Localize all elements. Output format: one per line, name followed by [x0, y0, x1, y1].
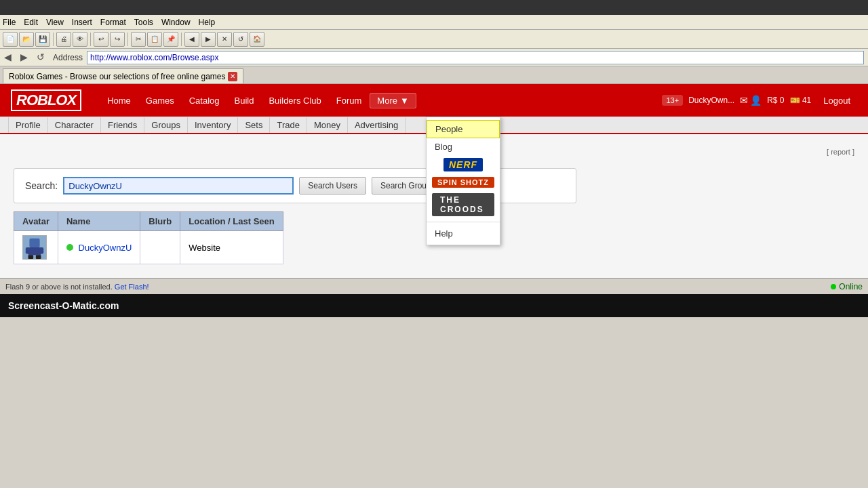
toolbar-new[interactable]: 📄: [3, 32, 18, 47]
tab-bar: Roblox Games - Browse our selections of …: [0, 66, 868, 84]
subnav-sets[interactable]: Sets: [238, 117, 270, 133]
browser-tab[interactable]: Roblox Games - Browse our selections of …: [3, 68, 243, 83]
username-display[interactable]: DuckyOwn...: [688, 96, 734, 105]
age-badge: 13+: [662, 95, 683, 106]
nav-games[interactable]: Games: [139, 93, 181, 108]
more-label: More: [377, 96, 397, 106]
toolbar-cut[interactable]: ✂: [131, 32, 146, 47]
toolbar-preview[interactable]: 👁: [73, 32, 87, 47]
dropdown-croods-promo[interactable]: THE CROODS: [427, 190, 500, 219]
result-avatar-cell: [14, 231, 58, 264]
toolbar-save[interactable]: 💾: [35, 32, 50, 47]
result-name-cell: DuckyOwnzU: [58, 231, 140, 264]
menu-tools[interactable]: Tools: [134, 18, 153, 27]
online-indicator: [831, 284, 836, 289]
tab-label: Roblox Games - Browse our selections of …: [9, 72, 225, 81]
toolbar-undo[interactable]: ↩: [94, 32, 108, 47]
col-blurb: Blurb: [140, 212, 180, 231]
address-label: Address: [53, 53, 83, 62]
search-label: Search:: [25, 180, 58, 191]
nav-forum[interactable]: Forum: [330, 93, 369, 108]
dropdown-people[interactable]: People: [427, 120, 500, 138]
toolbar-home[interactable]: 🏠: [250, 32, 264, 47]
dropdown-nerf-promo[interactable]: NERF: [427, 155, 500, 174]
search-users-button[interactable]: Search Users: [299, 177, 366, 195]
table-row: DuckyOwnzU Website: [14, 231, 283, 264]
roblox-nav: Home Games Catalog Build Builders Club F…: [100, 93, 648, 108]
subnav-character[interactable]: Character: [48, 117, 101, 133]
dropdown-spinshotz-promo[interactable]: SPIN SHOTZ: [427, 174, 500, 190]
nav-build[interactable]: Build: [228, 93, 261, 108]
screencast-text: Screencast-O-Matic.com: [8, 300, 119, 311]
logout-button[interactable]: Logout: [816, 93, 857, 108]
result-blurb-cell: [140, 231, 180, 264]
address-input[interactable]: [87, 51, 864, 64]
avatar-svg: [23, 235, 46, 260]
toolbar-back[interactable]: ◀: [184, 32, 199, 47]
toolbar-copy[interactable]: 📋: [147, 32, 162, 47]
col-location: Location / Last Seen: [180, 212, 283, 231]
toolbar-refresh[interactable]: ↺: [233, 32, 248, 47]
toolbar-redo[interactable]: ↪: [110, 32, 125, 47]
croods-badge: THE CROODS: [432, 193, 494, 216]
svg-rect-3: [26, 247, 31, 253]
subnav-profile[interactable]: Profile: [8, 117, 48, 133]
svg-rect-1: [29, 239, 39, 247]
tab-close-button[interactable]: ✕: [228, 72, 237, 81]
nav-home[interactable]: Home: [100, 93, 138, 108]
subnav-inventory[interactable]: Inventory: [188, 117, 238, 133]
nerf-badge: NERF: [443, 158, 483, 171]
message-icons: ✉ 👤: [740, 95, 762, 106]
message-icon[interactable]: ✉: [740, 95, 748, 106]
refresh-button[interactable]: ↺: [37, 52, 49, 64]
subnav-advertising[interactable]: Advertising: [348, 117, 406, 133]
nav-builders-club[interactable]: Builders Club: [262, 93, 328, 108]
screencast-bar: Screencast-O-Matic.com: [0, 294, 868, 317]
robux-display[interactable]: R$ 0: [767, 96, 784, 105]
subnav-friends[interactable]: Friends: [101, 117, 144, 133]
address-bar-row: ◀ ▶ ↺ Address: [0, 49, 868, 66]
nav-catalog[interactable]: Catalog: [182, 93, 226, 108]
people-label: People: [435, 124, 462, 134]
browser-menubar: File Edit View Insert Format Tools Windo…: [0, 15, 868, 30]
menu-format[interactable]: Format: [100, 18, 126, 27]
toolbar-sep4: [181, 33, 182, 46]
menu-insert[interactable]: Insert: [72, 18, 92, 27]
results-table: Avatar Name Blurb Location / Last Seen: [14, 211, 283, 264]
toolbar-open[interactable]: 📂: [19, 32, 34, 47]
menu-window[interactable]: Window: [161, 18, 191, 27]
more-dropdown-button[interactable]: More ▼: [370, 93, 416, 108]
dropdown-separator: [427, 222, 500, 222]
get-flash-link[interactable]: Get Flash!: [115, 283, 149, 291]
forward-button[interactable]: ▶: [20, 52, 33, 64]
menu-file[interactable]: File: [3, 18, 16, 27]
friends-icon[interactable]: 👤: [750, 95, 762, 106]
browser-toolbar: 📄 📂 💾 🖨 👁 ↩ ↪ ✂ 📋 📌 ◀ ▶ ✕ ↺ 🏠: [0, 30, 868, 49]
online-status: Online: [831, 282, 863, 291]
toolbar-print[interactable]: 🖨: [56, 32, 71, 47]
menu-edit[interactable]: Edit: [24, 18, 38, 27]
dropdown-help[interactable]: Help: [427, 225, 500, 242]
search-input[interactable]: [63, 177, 294, 195]
toolbar-sep1: [53, 33, 54, 46]
subnav-money[interactable]: Money: [307, 117, 348, 133]
tickets-display[interactable]: 🎫 41: [790, 96, 812, 105]
report-link[interactable]: [ report ]: [827, 148, 854, 156]
browser-statusbar: Flash 9 or above is not installed. Get F…: [0, 278, 868, 294]
svg-rect-6: [36, 255, 41, 259]
menu-help[interactable]: Help: [199, 18, 216, 27]
menu-view[interactable]: View: [46, 18, 64, 27]
col-name: Name: [58, 212, 140, 231]
browser-titlebar: [0, 0, 868, 15]
dropdown-blog[interactable]: Blog: [427, 138, 500, 155]
subnav-trade[interactable]: Trade: [270, 117, 307, 133]
toolbar-paste[interactable]: 📌: [163, 32, 178, 47]
flash-notice: Flash 9 or above is not installed. Get F…: [5, 283, 149, 291]
subnav-groups[interactable]: Groups: [144, 117, 188, 133]
blog-label: Blog: [435, 142, 452, 152]
col-avatar: Avatar: [14, 212, 58, 231]
toolbar-stop[interactable]: ✕: [217, 32, 232, 47]
toolbar-forward[interactable]: ▶: [201, 32, 216, 47]
result-username-link[interactable]: DuckyOwnzU: [79, 243, 132, 253]
back-button[interactable]: ◀: [4, 52, 16, 64]
